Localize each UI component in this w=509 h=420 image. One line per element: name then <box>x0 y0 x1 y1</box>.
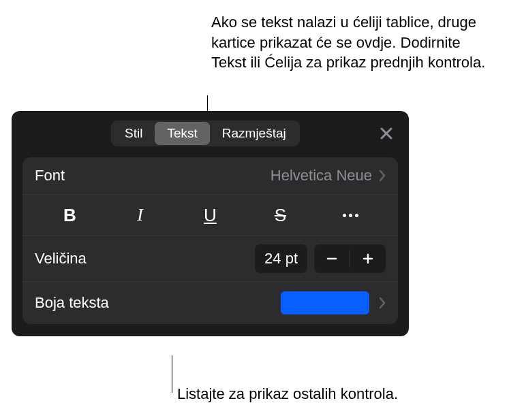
font-value: Helvetica Neue <box>271 167 372 184</box>
chevron-right-icon <box>379 169 386 182</box>
size-increase-button[interactable] <box>350 244 386 273</box>
callout-bottom-line <box>172 355 172 393</box>
bold-button[interactable]: B <box>53 201 87 229</box>
tabs-container: Stil Tekst Razmještaj <box>111 120 300 146</box>
format-panel: Stil Tekst Razmještaj Font Helvetica Neu… <box>12 111 409 336</box>
tab-text[interactable]: Tekst <box>155 122 209 145</box>
callout-bottom-text: Listajte za prikaz ostalih kontrola. <box>177 385 398 403</box>
tab-style[interactable]: Stil <box>112 122 155 145</box>
more-icon <box>343 214 358 217</box>
size-value[interactable]: 24 pt <box>255 244 307 273</box>
size-stepper <box>314 244 386 273</box>
strikethrough-button[interactable]: S <box>264 201 298 229</box>
close-icon <box>380 127 392 140</box>
minus-icon <box>326 253 338 265</box>
font-label: Font <box>35 167 65 184</box>
text-style-row: B I U S <box>22 195 398 236</box>
content-area: Font Helvetica Neue B I U S Veličina 24 … <box>22 157 398 324</box>
size-label: Veličina <box>35 250 87 268</box>
italic-button[interactable]: I <box>123 201 157 229</box>
text-color-row[interactable]: Boja teksta <box>22 282 398 324</box>
close-button[interactable] <box>375 122 398 145</box>
callout-top-text: Ako se tekst nalazi u ćeliji tablice, dr… <box>211 12 494 73</box>
plus-icon <box>362 253 374 265</box>
size-row: Veličina 24 pt <box>22 236 398 282</box>
color-swatch[interactable] <box>281 291 369 314</box>
more-styles-button[interactable] <box>334 201 368 229</box>
font-row[interactable]: Font Helvetica Neue <box>22 157 398 195</box>
size-decrease-button[interactable] <box>314 244 350 273</box>
tabs-row: Stil Tekst Razmještaj <box>22 120 398 146</box>
underline-button[interactable]: U <box>194 201 228 229</box>
tab-layout[interactable]: Razmještaj <box>210 122 298 145</box>
chevron-right-icon <box>379 297 386 309</box>
text-color-label: Boja teksta <box>35 294 109 312</box>
